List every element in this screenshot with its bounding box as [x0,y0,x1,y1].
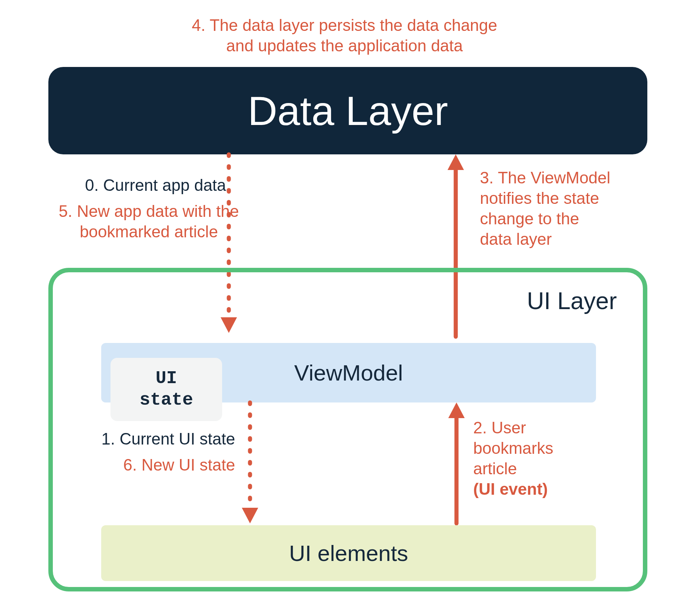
step-2-annotation: 2. User bookmarks article (UI event) [473,417,615,499]
ui-state-label: UIstate [140,368,193,411]
step-4-annotation: 4. The data layer persists the data chan… [0,15,689,56]
step-2-line4: (UI event) [473,480,548,498]
step-2-line1: 2. User [473,418,526,437]
step-2-line3: article [473,459,517,478]
ui-layer-label: UI Layer [527,287,617,315]
svg-marker-3 [448,154,464,170]
viewmodel-label: ViewModel [294,360,403,386]
step-5-annotation: 5. New app data with thebookmarked artic… [19,201,279,242]
ui-elements-box: UI elements [101,525,596,581]
arrow-viewmodel-to-ui-icon [243,402,257,523]
arrow-ui-to-viewmodel-icon [447,402,466,523]
ui-layer-container: UI Layer ViewModel UIstate 1. Current UI… [48,268,647,591]
step-1-annotation: 1. Current UI state [68,429,235,449]
data-layer-label: Data Layer [248,87,448,134]
svg-marker-7 [448,402,465,418]
svg-marker-5 [242,508,258,523]
step-6-annotation: 6. New UI state [68,455,235,475]
step-2-line2: bookmarks [473,439,553,457]
ui-state-box: UIstate [110,358,222,421]
ui-elements-label: UI elements [289,540,408,566]
data-layer-box: Data Layer [48,67,647,154]
step-3-annotation: 3. The ViewModelnotifies the statechange… [480,167,673,249]
